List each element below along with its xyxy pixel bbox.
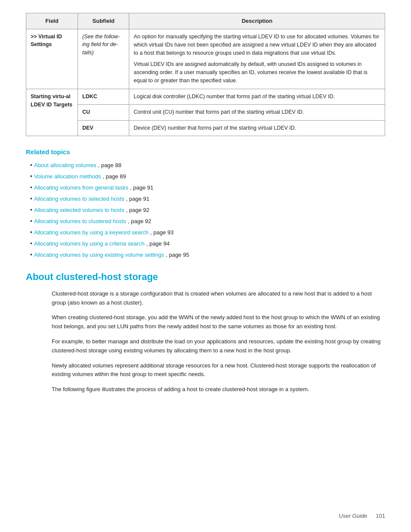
col-header-subfield: Subfield — [78, 13, 129, 29]
page-ref: , page 93 — [150, 228, 174, 237]
about-para-3: For example, to better manage and distri… — [52, 337, 385, 355]
about-para-1: Clustered-host storage is a storage conf… — [52, 289, 385, 308]
table-row: CU Control unit (CU) number that forms p… — [26, 105, 385, 120]
list-item: Allocating volumes by using a keyword se… — [30, 228, 385, 237]
page-ref: , page 92 — [126, 206, 149, 215]
desc-virtual-id: An option for manually specifying the st… — [129, 29, 385, 89]
list-item: Allocating volumes to selected hosts, pa… — [30, 194, 385, 203]
link-allocating-clustered[interactable]: Allocating volumes to clustered hosts — [34, 217, 126, 226]
main-table: Field Subfield Description >> Virtual ID… — [26, 13, 385, 136]
table-row: DEV Device (DEV) number that forms part … — [26, 120, 385, 136]
subfield-virtual-id: (See the follow-ing field for de-tails) — [78, 29, 129, 89]
subfield-cu: CU — [78, 105, 129, 120]
desc-cu: Control unit (CU) number that forms part… — [129, 105, 385, 120]
list-item: Allocating volumes by using a criteria s… — [30, 239, 385, 248]
link-allocating-selected-volumes[interactable]: Allocating selected volumes to hosts — [34, 206, 125, 215]
list-item: About allocating volumes, page 88 — [30, 161, 385, 170]
about-para-4: Newly allocated volumes represent additi… — [52, 361, 385, 380]
related-topics-section: Related topics About allocating volumes,… — [26, 148, 385, 259]
link-allocating-existing[interactable]: Allocating volumes by using existing vol… — [34, 251, 164, 259]
about-para-5: The following figure illustrates the pro… — [52, 385, 385, 394]
related-topics-heading: Related topics — [26, 148, 385, 156]
table-row: Starting virtu-al LDEV ID Targets LDKC L… — [26, 89, 385, 104]
list-item: Allocating selected volumes to hosts, pa… — [30, 205, 385, 215]
col-header-field: Field — [26, 13, 78, 29]
page-ref: , page 94 — [146, 240, 169, 248]
footer-page-number: 101 — [376, 513, 385, 519]
footer-label: User Guide — [339, 513, 367, 519]
subfield-dev: DEV — [78, 120, 129, 136]
link-allocating-keyword[interactable]: Allocating volumes by using a keyword se… — [34, 228, 149, 237]
page-ref: , page 88 — [98, 161, 121, 170]
field-virtual-id: >> Virtual ID Settings — [26, 29, 78, 89]
link-allocating-selected-hosts[interactable]: Allocating volumes to selected hosts — [34, 195, 125, 203]
field-starting-ldev: Starting virtu-al LDEV ID Targets — [26, 89, 78, 136]
about-section-heading: About clustered-host storage — [26, 271, 385, 283]
col-header-description: Description — [129, 13, 385, 29]
link-about-allocating[interactable]: About allocating volumes — [34, 161, 97, 170]
desc-dev: Device (DEV) number that forms part of t… — [129, 120, 385, 136]
link-allocating-criteria[interactable]: Allocating volumes by using a criteria s… — [34, 240, 145, 248]
subfield-ldkc: LDKC — [78, 89, 129, 104]
about-section: About clustered-host storage Clustered-h… — [26, 271, 385, 394]
table-row: >> Virtual ID Settings (See the follow-i… — [26, 29, 385, 89]
page-ref: , page 95 — [166, 251, 189, 259]
desc-ldkc: Logical disk controller (LDKC) number th… — [129, 89, 385, 104]
related-topics-list: About allocating volumes, page 88 Volume… — [26, 161, 385, 259]
link-volume-allocation-methods[interactable]: Volume allocation methods — [34, 172, 101, 181]
page-footer: User Guide 101 — [339, 513, 385, 519]
list-item: Allocating volumes from general tasks, p… — [30, 183, 385, 192]
page-ref: , page 91 — [126, 195, 149, 203]
page-ref: , page 92 — [128, 217, 151, 226]
list-item: Allocating volumes to clustered hosts, p… — [30, 217, 385, 226]
link-allocating-general[interactable]: Allocating volumes from general tasks — [34, 184, 128, 192]
list-item: Allocating volumes by using existing vol… — [30, 250, 385, 259]
about-para-2: When creating clustered-host storage, yo… — [52, 313, 385, 331]
page-ref: , page 89 — [103, 172, 126, 181]
page-ref: , page 91 — [130, 184, 153, 192]
list-item: Volume allocation methods, page 89 — [30, 172, 385, 181]
